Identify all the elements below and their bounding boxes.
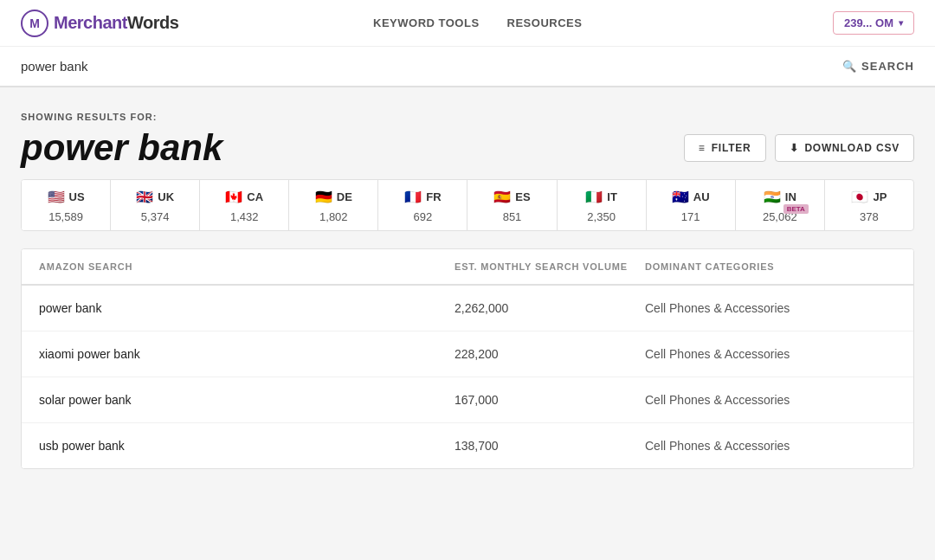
- country-code-ca: CA: [247, 190, 263, 203]
- country-count-au: 171: [681, 210, 700, 223]
- country-tab-top: 🇪🇸 ES: [493, 189, 530, 205]
- country-code-de: DE: [337, 190, 352, 203]
- search-input[interactable]: [21, 59, 842, 74]
- country-tab-top: 🇨🇦 CA: [225, 189, 263, 205]
- col-est-monthly: EST. MONTHLY SEARCH VOLUME: [455, 261, 645, 272]
- main-nav: KEYWORD TOOLS RESOURCES: [304, 16, 582, 29]
- nav-resources[interactable]: RESOURCES: [507, 16, 583, 29]
- logo[interactable]: M MerchantWords: [21, 10, 178, 37]
- filter-button[interactable]: ≡ FILTER: [684, 134, 766, 162]
- country-code-fr: FR: [426, 190, 441, 203]
- country-tab-top: 🇩🇪 DE: [315, 189, 352, 205]
- volume-cell: 228,200: [455, 347, 645, 361]
- category-cell: Cell Phones & Accessories: [645, 347, 896, 361]
- country-tab-top: 🇫🇷 FR: [404, 189, 441, 205]
- country-tab-jp[interactable]: 🇯🇵 JP 378: [825, 180, 913, 230]
- country-count-it: 2,350: [587, 210, 616, 223]
- country-tab-top: 🇮🇳 IN: [764, 189, 796, 205]
- account-button[interactable]: 239... OM ▾: [833, 11, 914, 35]
- nav-keyword-tools[interactable]: KEYWORD TOOLS: [373, 16, 480, 29]
- table-body: power bank 2,262,000 Cell Phones & Acces…: [22, 286, 913, 468]
- header-right: 239... OM ▾: [833, 11, 914, 35]
- search-term-cell: power bank: [39, 301, 455, 315]
- flag-es: 🇪🇸: [493, 189, 511, 205]
- country-tab-au[interactable]: 🇦🇺 AU 171: [647, 180, 736, 230]
- country-tabs: 🇺🇸 US 15,589 🇬🇧 UK 5,374 🇨🇦 CA 1,432 🇩🇪: [21, 179, 914, 231]
- category-cell: Cell Phones & Accessories: [645, 439, 896, 453]
- search-icon: 🔍: [842, 60, 857, 73]
- header: M MerchantWords KEYWORD TOOLS RESOURCES …: [0, 0, 935, 47]
- search-term-cell: solar power bank: [39, 393, 455, 407]
- flag-in: 🇮🇳: [764, 189, 781, 205]
- download-csv-button[interactable]: ⬇ DOWNLOAD CSV: [775, 134, 914, 162]
- col-amazon-search: AMAZON SEARCH: [39, 261, 455, 272]
- country-tab-us[interactable]: 🇺🇸 US 15,589: [22, 180, 111, 230]
- country-tab-in[interactable]: 🇮🇳 IN BETA 25,062: [736, 180, 825, 230]
- country-tab-es[interactable]: 🇪🇸 ES 851: [468, 180, 557, 230]
- country-tab-top: 🇮🇹 IT: [585, 189, 617, 205]
- country-count-fr: 692: [414, 210, 433, 223]
- filter-label: FILTER: [712, 142, 751, 154]
- flag-it: 🇮🇹: [585, 189, 603, 205]
- table-row: xiaomi power bank 228,200 Cell Phones & …: [22, 331, 913, 377]
- country-tab-top: 🇯🇵 JP: [851, 189, 887, 205]
- flag-ca: 🇨🇦: [225, 189, 242, 205]
- account-label: 239... OM: [844, 16, 893, 29]
- country-count-ca: 1,432: [230, 210, 259, 223]
- flag-us: 🇺🇸: [48, 189, 65, 205]
- volume-cell: 2,262,000: [455, 301, 645, 315]
- country-count-es: 851: [503, 210, 522, 223]
- search-btn-label: SEARCH: [861, 60, 914, 73]
- country-count-us: 15,589: [48, 210, 83, 223]
- download-icon: ⬇: [790, 142, 799, 154]
- table-header: AMAZON SEARCH EST. MONTHLY SEARCH VOLUME…: [22, 249, 913, 286]
- flag-au: 🇦🇺: [672, 189, 689, 205]
- filter-icon: ≡: [699, 142, 706, 154]
- flag-uk: 🇬🇧: [136, 189, 153, 205]
- country-code-it: IT: [607, 190, 617, 203]
- table-row: power bank 2,262,000 Cell Phones & Acces…: [22, 286, 913, 331]
- country-tab-ca[interactable]: 🇨🇦 CA 1,432: [200, 180, 289, 230]
- search-term-cell: usb power bank: [39, 439, 455, 453]
- svg-text:M: M: [29, 16, 40, 30]
- search-button[interactable]: 🔍 SEARCH: [842, 60, 914, 73]
- country-code-uk: UK: [158, 190, 174, 203]
- results-table: AMAZON SEARCH EST. MONTHLY SEARCH VOLUME…: [21, 248, 914, 469]
- flag-fr: 🇫🇷: [404, 189, 422, 205]
- table-row: usb power bank 138,700 Cell Phones & Acc…: [22, 423, 913, 468]
- beta-badge: BETA: [783, 204, 809, 214]
- country-tab-fr[interactable]: 🇫🇷 FR 692: [378, 180, 468, 230]
- category-cell: Cell Phones & Accessories: [645, 393, 896, 407]
- country-count-de: 1,802: [319, 210, 348, 223]
- country-code-jp: JP: [873, 190, 887, 203]
- table-row: solar power bank 167,000 Cell Phones & A…: [22, 377, 913, 423]
- chevron-down-icon: ▾: [899, 18, 903, 28]
- category-cell: Cell Phones & Accessories: [645, 301, 896, 315]
- country-code-in: IN: [785, 190, 796, 203]
- flag-jp: 🇯🇵: [851, 189, 868, 205]
- search-bar: 🔍 SEARCH: [0, 47, 935, 87]
- country-tab-top: 🇬🇧 UK: [136, 189, 174, 205]
- showing-label: SHOWING RESULTS FOR:: [21, 112, 914, 122]
- logo-text: MerchantWords: [54, 13, 178, 33]
- search-term-cell: xiaomi power bank: [39, 347, 455, 361]
- country-count-jp: 378: [860, 210, 879, 223]
- flag-de: 🇩🇪: [315, 189, 332, 205]
- col-dominant-categories: DOMINANT CATEGORIES: [645, 261, 896, 272]
- volume-cell: 167,000: [455, 393, 645, 407]
- country-code-au: AU: [693, 190, 710, 203]
- country-tab-it[interactable]: 🇮🇹 IT 2,350: [558, 180, 647, 230]
- country-code-us: US: [69, 190, 85, 203]
- country-tab-uk[interactable]: 🇬🇧 UK 5,374: [111, 180, 200, 230]
- country-tab-top: 🇺🇸 US: [48, 189, 85, 205]
- main-content: SHOWING RESULTS FOR: power bank ≡ FILTER…: [0, 87, 935, 493]
- country-code-es: ES: [515, 190, 530, 203]
- logo-icon: M: [21, 10, 48, 37]
- country-count-uk: 5,374: [141, 210, 170, 223]
- download-label: DOWNLOAD CSV: [804, 142, 900, 154]
- country-tab-de[interactable]: 🇩🇪 DE 1,802: [289, 180, 378, 230]
- volume-cell: 138,700: [455, 439, 645, 453]
- country-tab-top: 🇦🇺 AU: [672, 189, 710, 205]
